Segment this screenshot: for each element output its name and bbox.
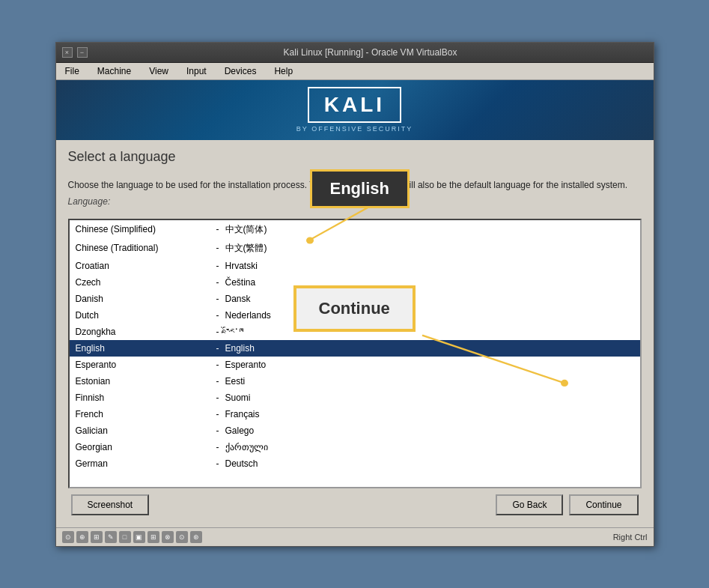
- language-dash: -: [210, 425, 225, 436]
- language-native: Français: [225, 409, 260, 419]
- language-row[interactable]: German-Deutsch: [70, 455, 640, 472]
- language-native: Dansk: [225, 294, 251, 304]
- status-icon-9: ⊙: [176, 531, 188, 543]
- language-dash: -: [210, 392, 225, 403]
- title-bar: × − Kali Linux [Running] - Oracle VM Vir…: [56, 43, 654, 63]
- language-row[interactable]: Croatian-Hrvatski: [70, 258, 640, 274]
- language-dash: -: [210, 277, 225, 288]
- right-ctrl-label: Right Ctrl: [613, 533, 648, 542]
- language-native: Eesti: [225, 376, 246, 387]
- nav-buttons: Go Back Continue: [496, 494, 638, 515]
- language-dash: -: [210, 409, 225, 419]
- menu-devices[interactable]: Devices: [222, 65, 260, 77]
- status-icon-2: ⊕: [76, 531, 88, 543]
- language-dash: -: [210, 224, 225, 234]
- language-native: Suomi: [225, 392, 251, 403]
- language-name: Chinese (Traditional): [76, 243, 210, 253]
- description-text: Choose the language to be used for the i…: [68, 178, 642, 192]
- menu-bar: File Machine View Input Devices Help: [56, 63, 654, 80]
- language-name: German: [76, 458, 210, 469]
- bottom-buttons: Screenshot Go Back Continue: [68, 488, 642, 518]
- language-row[interactable]: Czech-Čeština: [70, 274, 640, 291]
- language-name: Chinese (Simplified): [76, 224, 210, 234]
- language-name: Finnish: [76, 392, 210, 403]
- menu-view[interactable]: View: [146, 65, 171, 77]
- status-icon-10: ⊛: [190, 531, 202, 543]
- language-name: Estonian: [76, 376, 210, 387]
- status-icon-4: ✎: [105, 531, 117, 543]
- language-dash: -: [210, 442, 225, 452]
- language-native: Galego: [225, 425, 255, 436]
- language-native: Deutsch: [225, 458, 258, 469]
- language-name: Dzongkha: [76, 327, 210, 337]
- kali-logo: KALI BY OFFENSIVE SECURITY: [296, 87, 413, 133]
- window-controls: × −: [62, 47, 88, 58]
- language-row[interactable]: Chinese (Simplified)-中文(简体): [70, 220, 640, 239]
- language-name: Dutch: [76, 310, 210, 321]
- menu-help[interactable]: Help: [271, 65, 296, 77]
- language-name: Georgian: [76, 442, 210, 452]
- language-native: 中文(简体): [225, 223, 267, 236]
- language-native: Nederlands: [225, 310, 271, 321]
- language-row[interactable]: Dzongkha-རྫོང་ཁ: [70, 324, 640, 340]
- language-row[interactable]: Dutch-Nederlands: [70, 307, 640, 324]
- language-native: Esperanto: [225, 360, 267, 370]
- language-dash: -: [210, 310, 225, 321]
- status-icon-3: ⊞: [91, 531, 103, 543]
- language-dash: -: [210, 294, 225, 304]
- language-row[interactable]: Georgian-ქართული: [70, 439, 640, 455]
- language-name: Danish: [76, 294, 210, 304]
- virtualbox-window: × − Kali Linux [Running] - Oracle VM Vir…: [55, 42, 654, 547]
- language-row[interactable]: Danish-Dansk: [70, 291, 640, 307]
- status-icons: ⊙ ⊕ ⊞ ✎ □ ▣ ⊞ ⊗ ⊙ ⊛: [62, 531, 202, 543]
- language-name: Esperanto: [76, 360, 210, 370]
- status-icon-7: ⊞: [147, 531, 159, 543]
- kali-tagline: BY OFFENSIVE SECURITY: [296, 125, 413, 133]
- language-dash: -: [210, 376, 225, 387]
- language-list[interactable]: Chinese (Simplified)-中文(简体)Chinese (Trad…: [70, 220, 640, 487]
- language-native: 中文(繁體): [225, 242, 267, 255]
- window-title: Kali Linux [Running] - Oracle VM Virtual…: [94, 47, 648, 58]
- language-dash: -: [210, 261, 225, 271]
- language-dash: -: [210, 327, 225, 337]
- language-native: Hrvatski: [225, 261, 258, 271]
- go-back-button[interactable]: Go Back: [496, 494, 563, 515]
- language-dash: -: [210, 360, 225, 370]
- continue-button[interactable]: Continue: [569, 494, 638, 515]
- language-row[interactable]: English-English: [70, 340, 640, 357]
- language-native: Čeština: [225, 277, 256, 288]
- language-row[interactable]: French-Français: [70, 406, 640, 422]
- language-dash: -: [210, 343, 225, 354]
- language-list-container: Chinese (Simplified)-中文(简体)Chinese (Trad…: [68, 219, 642, 488]
- kali-header: KALI BY OFFENSIVE SECURITY: [56, 80, 654, 140]
- kali-logo-text: KALI: [308, 87, 401, 123]
- language-name: French: [76, 409, 210, 419]
- menu-file[interactable]: File: [62, 65, 82, 77]
- status-icon-5: □: [119, 531, 131, 543]
- language-row[interactable]: Galician-Galego: [70, 422, 640, 439]
- language-dash: -: [210, 458, 225, 469]
- language-native: English: [225, 343, 255, 354]
- installer-body: Select a language Choose the language to…: [56, 140, 654, 527]
- language-row[interactable]: Estonian-Eesti: [70, 373, 640, 390]
- section-title: Select a language: [68, 149, 642, 165]
- language-name: Czech: [76, 277, 210, 288]
- language-row[interactable]: Chinese (Traditional)-中文(繁體): [70, 239, 640, 258]
- language-name: Croatian: [76, 261, 210, 271]
- status-icon-1: ⊙: [62, 531, 74, 543]
- screenshot-button[interactable]: Screenshot: [71, 494, 150, 515]
- minimize-button[interactable]: −: [77, 47, 88, 58]
- language-row[interactable]: Esperanto-Esperanto: [70, 357, 640, 373]
- language-name: English: [76, 343, 210, 354]
- menu-machine[interactable]: Machine: [94, 65, 134, 77]
- menu-input[interactable]: Input: [183, 65, 210, 77]
- language-label: Language:: [68, 196, 642, 207]
- language-row[interactable]: Finnish-Suomi: [70, 390, 640, 406]
- close-button[interactable]: ×: [62, 47, 73, 58]
- status-icon-8: ⊗: [162, 531, 174, 543]
- language-name: Galician: [76, 425, 210, 436]
- status-icon-6: ▣: [133, 531, 145, 543]
- description-box: Choose the language to be used for the i…: [68, 172, 642, 213]
- status-bar: ⊙ ⊕ ⊞ ✎ □ ▣ ⊞ ⊗ ⊙ ⊛ Right Ctrl: [56, 527, 654, 546]
- language-dash: -: [210, 243, 225, 253]
